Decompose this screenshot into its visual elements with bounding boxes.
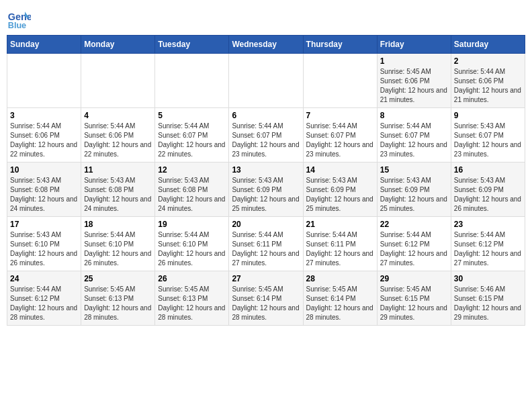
day-number: 30	[454, 274, 522, 283]
header-day: Saturday	[451, 36, 525, 54]
day-info: Sunrise: 5:45 AM Sunset: 6:06 PM Dayligh…	[380, 67, 448, 105]
day-info: Sunrise: 5:44 AM Sunset: 6:12 PM Dayligh…	[10, 285, 78, 322]
day-info: Sunrise: 5:43 AM Sunset: 6:08 PM Dayligh…	[84, 176, 152, 214]
day-info: Sunrise: 5:44 AM Sunset: 6:11 PM Dayligh…	[306, 230, 374, 268]
day-info: Sunrise: 5:44 AM Sunset: 6:06 PM Dayligh…	[454, 67, 522, 105]
calendar-cell: 26Sunrise: 5:45 AM Sunset: 6:13 PM Dayli…	[155, 271, 229, 326]
calendar-cell: 2Sunrise: 5:44 AM Sunset: 6:06 PM Daylig…	[451, 54, 525, 108]
day-info: Sunrise: 5:45 AM Sunset: 6:14 PM Dayligh…	[232, 285, 300, 322]
calendar-cell: 11Sunrise: 5:43 AM Sunset: 6:08 PM Dayli…	[81, 163, 155, 217]
header-day: Thursday	[303, 36, 377, 54]
calendar-cell: 4Sunrise: 5:44 AM Sunset: 6:06 PM Daylig…	[81, 108, 155, 163]
day-info: Sunrise: 5:43 AM Sunset: 6:10 PM Dayligh…	[10, 230, 78, 268]
day-number: 25	[84, 274, 152, 283]
day-info: Sunrise: 5:43 AM Sunset: 6:09 PM Dayligh…	[306, 176, 374, 214]
day-number: 17	[10, 220, 78, 229]
page-header: General Blue	[7, 7, 525, 31]
calendar-cell: 17Sunrise: 5:43 AM Sunset: 6:10 PM Dayli…	[7, 217, 81, 271]
calendar-week-row: 3Sunrise: 5:44 AM Sunset: 6:06 PM Daylig…	[7, 108, 525, 163]
day-number: 16	[454, 165, 522, 175]
calendar-cell: 1Sunrise: 5:45 AM Sunset: 6:06 PM Daylig…	[377, 54, 451, 108]
calendar-cell: 30Sunrise: 5:46 AM Sunset: 6:15 PM Dayli…	[451, 271, 525, 326]
day-info: Sunrise: 5:43 AM Sunset: 6:09 PM Dayligh…	[454, 176, 522, 214]
calendar-body: 1Sunrise: 5:45 AM Sunset: 6:06 PM Daylig…	[7, 54, 525, 326]
day-number: 24	[10, 274, 78, 283]
day-info: Sunrise: 5:46 AM Sunset: 6:15 PM Dayligh…	[454, 285, 522, 322]
day-info: Sunrise: 5:44 AM Sunset: 6:10 PM Dayligh…	[158, 230, 226, 268]
day-info: Sunrise: 5:44 AM Sunset: 6:07 PM Dayligh…	[158, 122, 226, 159]
calendar-header: SundayMondayTuesdayWednesdayThursdayFrid…	[7, 36, 525, 54]
calendar-cell: 9Sunrise: 5:43 AM Sunset: 6:07 PM Daylig…	[451, 108, 525, 163]
day-number: 10	[10, 165, 78, 175]
calendar-cell: 5Sunrise: 5:44 AM Sunset: 6:07 PM Daylig…	[155, 108, 229, 163]
calendar-cell: 8Sunrise: 5:44 AM Sunset: 6:07 PM Daylig…	[377, 108, 451, 163]
calendar-cell: 22Sunrise: 5:44 AM Sunset: 6:12 PM Dayli…	[377, 217, 451, 271]
calendar-week-row: 24Sunrise: 5:44 AM Sunset: 6:12 PM Dayli…	[7, 271, 525, 326]
day-number: 28	[306, 274, 374, 283]
day-number: 22	[380, 220, 448, 229]
calendar-table: SundayMondayTuesdayWednesdayThursdayFrid…	[7, 35, 525, 326]
header-day: Friday	[377, 36, 451, 54]
day-number: 7	[306, 111, 374, 120]
calendar-cell: 13Sunrise: 5:43 AM Sunset: 6:09 PM Dayli…	[229, 163, 303, 217]
day-number: 1	[380, 56, 448, 66]
day-number: 29	[380, 274, 448, 283]
day-info: Sunrise: 5:43 AM Sunset: 6:07 PM Dayligh…	[454, 122, 522, 159]
calendar-cell: 29Sunrise: 5:45 AM Sunset: 6:15 PM Dayli…	[377, 271, 451, 326]
logo-icon: General Blue	[7, 7, 31, 31]
day-number: 21	[306, 220, 374, 229]
calendar-cell: 24Sunrise: 5:44 AM Sunset: 6:12 PM Dayli…	[7, 271, 81, 326]
day-info: Sunrise: 5:43 AM Sunset: 6:08 PM Dayligh…	[10, 176, 78, 214]
day-number: 8	[380, 111, 448, 120]
calendar-week-row: 10Sunrise: 5:43 AM Sunset: 6:08 PM Dayli…	[7, 163, 525, 217]
svg-text:Blue: Blue	[8, 21, 26, 30]
header-row: SundayMondayTuesdayWednesdayThursdayFrid…	[7, 36, 525, 54]
calendar-cell	[229, 54, 303, 108]
day-info: Sunrise: 5:44 AM Sunset: 6:06 PM Dayligh…	[10, 122, 78, 159]
header-day: Sunday	[7, 36, 81, 54]
day-number: 2	[454, 56, 522, 66]
day-info: Sunrise: 5:44 AM Sunset: 6:12 PM Dayligh…	[454, 230, 522, 268]
header-day: Monday	[81, 36, 155, 54]
calendar-week-row: 1Sunrise: 5:45 AM Sunset: 6:06 PM Daylig…	[7, 54, 525, 108]
calendar-cell: 19Sunrise: 5:44 AM Sunset: 6:10 PM Dayli…	[155, 217, 229, 271]
calendar-cell: 7Sunrise: 5:44 AM Sunset: 6:07 PM Daylig…	[303, 108, 377, 163]
day-number: 12	[158, 165, 226, 175]
day-info: Sunrise: 5:45 AM Sunset: 6:13 PM Dayligh…	[158, 285, 226, 322]
day-info: Sunrise: 5:45 AM Sunset: 6:15 PM Dayligh…	[380, 285, 448, 322]
calendar-cell: 20Sunrise: 5:44 AM Sunset: 6:11 PM Dayli…	[229, 217, 303, 271]
day-number: 26	[158, 274, 226, 283]
day-number: 3	[10, 111, 78, 120]
day-info: Sunrise: 5:43 AM Sunset: 6:09 PM Dayligh…	[232, 176, 300, 214]
calendar-cell: 16Sunrise: 5:43 AM Sunset: 6:09 PM Dayli…	[451, 163, 525, 217]
day-number: 4	[84, 111, 152, 120]
day-info: Sunrise: 5:44 AM Sunset: 6:11 PM Dayligh…	[232, 230, 300, 268]
day-info: Sunrise: 5:43 AM Sunset: 6:09 PM Dayligh…	[380, 176, 448, 214]
header-day: Tuesday	[155, 36, 229, 54]
day-info: Sunrise: 5:44 AM Sunset: 6:07 PM Dayligh…	[232, 122, 300, 159]
calendar-cell: 21Sunrise: 5:44 AM Sunset: 6:11 PM Dayli…	[303, 217, 377, 271]
calendar-cell: 28Sunrise: 5:45 AM Sunset: 6:14 PM Dayli…	[303, 271, 377, 326]
day-info: Sunrise: 5:44 AM Sunset: 6:06 PM Dayligh…	[84, 122, 152, 159]
day-info: Sunrise: 5:44 AM Sunset: 6:07 PM Dayligh…	[380, 122, 448, 159]
day-number: 14	[306, 165, 374, 175]
day-info: Sunrise: 5:45 AM Sunset: 6:13 PM Dayligh…	[84, 285, 152, 322]
day-info: Sunrise: 5:44 AM Sunset: 6:10 PM Dayligh…	[84, 230, 152, 268]
calendar-cell: 27Sunrise: 5:45 AM Sunset: 6:14 PM Dayli…	[229, 271, 303, 326]
calendar-cell: 3Sunrise: 5:44 AM Sunset: 6:06 PM Daylig…	[7, 108, 81, 163]
day-number: 13	[232, 165, 300, 175]
day-number: 27	[232, 274, 300, 283]
calendar-cell: 10Sunrise: 5:43 AM Sunset: 6:08 PM Dayli…	[7, 163, 81, 217]
day-info: Sunrise: 5:43 AM Sunset: 6:08 PM Dayligh…	[158, 176, 226, 214]
day-number: 9	[454, 111, 522, 120]
logo: General Blue	[7, 7, 34, 31]
calendar-cell	[81, 54, 155, 108]
calendar-cell: 14Sunrise: 5:43 AM Sunset: 6:09 PM Dayli…	[303, 163, 377, 217]
day-info: Sunrise: 5:44 AM Sunset: 6:12 PM Dayligh…	[380, 230, 448, 268]
calendar-cell: 15Sunrise: 5:43 AM Sunset: 6:09 PM Dayli…	[377, 163, 451, 217]
calendar-cell	[303, 54, 377, 108]
day-number: 15	[380, 165, 448, 175]
day-number: 20	[232, 220, 300, 229]
calendar-cell	[155, 54, 229, 108]
day-number: 19	[158, 220, 226, 229]
